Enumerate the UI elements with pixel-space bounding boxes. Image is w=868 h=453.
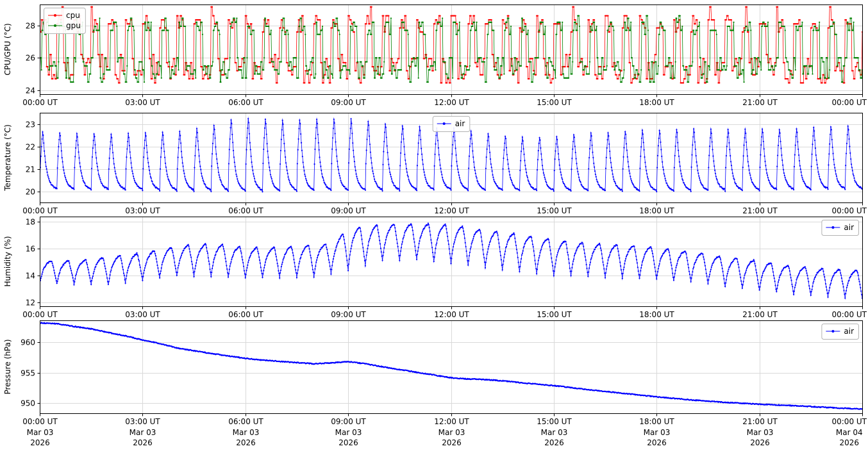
timeseries-canvas (0, 0, 868, 453)
sensor-timeseries-figure (0, 0, 868, 453)
